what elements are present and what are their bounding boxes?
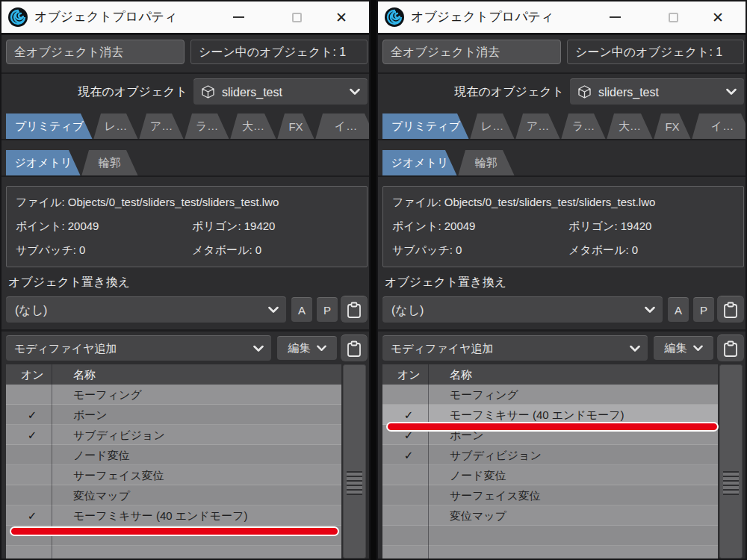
modifier-row[interactable]: 変位マップ <box>6 485 341 505</box>
tab-render[interactable]: レ… <box>93 113 138 140</box>
minimize-button[interactable] <box>598 1 632 33</box>
modifier-clipboard-button[interactable] <box>717 335 744 361</box>
tab-ra[interactable]: ラ… <box>561 113 606 140</box>
modifier-row[interactable]: サーフェイス変位 <box>382 485 718 505</box>
row-label: 変位マップ <box>450 505 506 526</box>
edit-dropdown-button[interactable]: 編集 <box>277 336 337 360</box>
modifier-row[interactable]: 変位マップ <box>382 505 718 526</box>
minimize-icon <box>610 16 621 18</box>
object-replace-dropdown[interactable]: (なし) <box>6 296 286 323</box>
row-checkmark[interactable]: ✓ <box>24 425 40 445</box>
list-scrollbar[interactable] <box>343 364 366 559</box>
replace-p-button[interactable]: P <box>693 297 714 322</box>
add-modifier-dropdown[interactable]: モディファイヤ追加 <box>6 335 271 361</box>
object-replace-label: オブジェクト置き換え <box>385 275 506 290</box>
subtab-outline[interactable]: 輪郭 <box>458 150 515 176</box>
clear-all-objects-button[interactable]: 全オブジェクト消去 <box>382 40 561 64</box>
subtab-divider <box>378 175 746 177</box>
replace-clipboard-button[interactable] <box>717 296 744 323</box>
row-checkmark[interactable]: ✓ <box>24 405 40 425</box>
modifier-row[interactable]: ノード変位 <box>382 465 718 485</box>
tab-i[interactable]: イ… <box>692 113 747 140</box>
close-icon: ✕ <box>712 10 724 25</box>
replace-clipboard-button[interactable] <box>341 296 368 323</box>
modifier-row[interactable]: モーフィング <box>382 385 718 405</box>
tab-fx[interactable]: FX <box>277 113 314 140</box>
main-tab-bar: プリミティブ レ… ア… ラ… 大… FX イ… <box>382 113 747 140</box>
titlebar-divider <box>1 33 369 35</box>
tab-i[interactable]: イ… <box>315 113 371 140</box>
edit-dropdown-button[interactable]: 編集 <box>654 336 713 360</box>
titlebar[interactable]: オブジェクトプロパティ ✕ <box>378 1 746 33</box>
screenshot-stage: オブジェクトプロパティ ✕ 全オブジェクト消去 シーン中のオブジェクト: 1 現… <box>0 0 747 560</box>
tab-a[interactable]: ア… <box>139 113 184 140</box>
replace-a-button[interactable]: A <box>668 297 689 322</box>
maximize-icon <box>292 13 302 22</box>
column-header-name: 名称 <box>73 364 96 385</box>
cube-icon <box>577 85 592 99</box>
row-label: サーフェイス変位 <box>450 485 541 505</box>
modifier-row[interactable]: ✓サブディビジョン <box>382 445 718 465</box>
clipboard-icon <box>347 302 362 318</box>
tab-a[interactable]: ア… <box>515 113 560 140</box>
chevron-down-icon <box>253 345 264 352</box>
tab-primitive[interactable]: プリミティブ <box>6 113 93 140</box>
list-scrollbar[interactable] <box>719 364 743 559</box>
geometry-info-box: ファイル: Objects/0_test/sliders_test/slider… <box>6 186 368 267</box>
clipboard-icon <box>347 340 362 357</box>
red-annotation-line <box>10 526 339 536</box>
modifier-clipboard-button[interactable] <box>341 335 368 361</box>
maximize-button[interactable] <box>279 1 314 33</box>
points-count: ポイント: 20049 <box>16 220 99 234</box>
maximize-icon <box>669 13 678 22</box>
clipboard-icon <box>723 340 738 357</box>
chevron-down-icon <box>693 345 703 352</box>
tab-dai[interactable]: 大… <box>607 113 653 140</box>
red-annotation-line <box>386 422 719 432</box>
modifier-row[interactable]: サーフェイス変位 <box>6 465 341 485</box>
section-divider <box>378 329 746 332</box>
add-modifier-dropdown[interactable]: モディファイヤ追加 <box>382 335 648 361</box>
tab-dai[interactable]: 大… <box>230 113 276 140</box>
scene-object-count: シーン中のオブジェクト: 1 <box>190 40 368 64</box>
tab-ra[interactable]: ラ… <box>185 113 229 140</box>
app-logo-icon <box>7 7 28 28</box>
chevron-down-icon <box>645 307 655 314</box>
modifier-row[interactable]: モーフィング <box>6 385 341 405</box>
row-label: サーフェイス変位 <box>73 465 164 485</box>
close-button[interactable]: ✕ <box>324 1 359 33</box>
row-checkmark[interactable]: ✓ <box>24 505 40 526</box>
row-label: ノード変位 <box>73 445 130 465</box>
modifier-row[interactable]: ✓サブディビジョン <box>6 425 341 445</box>
modifier-row[interactable]: ✓モーフミキサー (40 エンドモーフ) <box>6 505 341 526</box>
section-divider <box>378 72 746 74</box>
tab-divider <box>378 139 746 140</box>
clear-all-objects-button[interactable]: 全オブジェクト消去 <box>6 40 185 64</box>
subtab-geometry[interactable]: ジオメトリ <box>382 150 457 176</box>
tab-fx[interactable]: FX <box>654 113 691 140</box>
tab-render[interactable]: レ… <box>470 113 515 140</box>
maximize-button[interactable] <box>656 1 690 33</box>
object-replace-dropdown[interactable]: (なし) <box>382 296 663 323</box>
modifier-row[interactable]: ✓ボーン <box>6 405 341 425</box>
chevron-down-icon <box>317 345 326 352</box>
replace-p-button[interactable]: P <box>317 297 338 322</box>
titlebar[interactable]: オブジェクトプロパティ ✕ <box>1 1 369 33</box>
minimize-button[interactable] <box>221 1 255 33</box>
replace-a-button[interactable]: A <box>291 297 312 322</box>
subpatch-count: サブパッチ: 0 <box>16 243 85 258</box>
clipboard-icon <box>723 302 738 318</box>
tab-primitive[interactable]: プリミティブ <box>382 113 469 140</box>
close-button[interactable]: ✕ <box>701 1 735 33</box>
sub-tab-bar: ジオメトリ 輪郭 <box>382 150 515 176</box>
metaball-count: メタボール: 0 <box>192 243 261 258</box>
subtab-geometry[interactable]: ジオメトリ <box>6 150 81 176</box>
current-object-dropdown[interactable]: sliders_test <box>570 78 744 105</box>
row-checkmark[interactable]: ✓ <box>400 445 417 465</box>
current-object-dropdown[interactable]: sliders_test <box>193 78 368 105</box>
row-label: モーフィング <box>450 385 518 405</box>
close-icon: ✕ <box>335 10 347 25</box>
modifier-row[interactable]: ノード変位 <box>6 445 341 465</box>
subtab-outline[interactable]: 輪郭 <box>81 150 138 176</box>
chevron-down-icon <box>630 345 640 352</box>
